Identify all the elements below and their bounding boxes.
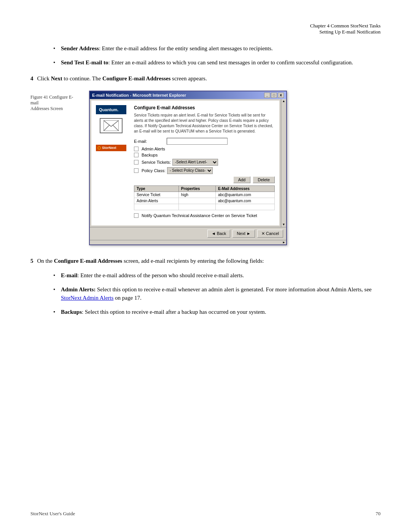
alert-level-select[interactable]: -Select Alert Level- bbox=[172, 159, 218, 166]
quantum-logo: Quantum. bbox=[96, 105, 126, 114]
notify-checkbox[interactable] bbox=[134, 213, 139, 218]
bullet-admin-alerts: Admin Alerts: Select this option to rece… bbox=[53, 285, 381, 302]
email-table: Type Properties E-Mail Addresses Service… bbox=[134, 185, 275, 210]
step4-configure: Configure E-mail Addresses bbox=[102, 75, 170, 81]
backups-row: Backups bbox=[134, 153, 275, 157]
step-5-body: On the Configure E-mail Addresses screen… bbox=[37, 257, 264, 265]
step4-text3: screen appears. bbox=[170, 75, 207, 81]
step-5-number: 5 bbox=[30, 257, 33, 265]
dialog-left-col: Quantum. ⬡ bbox=[96, 105, 126, 221]
sender-text: : Enter the e-mail address for the entit… bbox=[99, 45, 273, 51]
col-email-addresses: E-Mail Addresses bbox=[215, 185, 274, 192]
step5-text2: screen, add e-mail recipients by enterin… bbox=[122, 258, 264, 264]
row2-properties bbox=[178, 198, 215, 204]
bottom-nav-buttons: ◄ Back Next ► ✕ Cancel bbox=[90, 227, 286, 240]
table-row-empty bbox=[134, 204, 275, 210]
scrollbar[interactable]: ▲ ▼ bbox=[281, 99, 286, 227]
service-tickets-checkbox[interactable] bbox=[134, 160, 139, 165]
page-footer: StorNext User's Guide 70 bbox=[30, 511, 381, 517]
ie-title-text: E-mail Notification - Microsoft Internet… bbox=[92, 93, 186, 97]
page-container: Chapter 4 Common StorNext Tasks Setting … bbox=[0, 0, 411, 532]
table-row: Admin Alerts abc@quantum.com bbox=[134, 198, 275, 204]
step-4-number: 4 bbox=[30, 74, 33, 83]
policy-class-select[interactable]: - Select Policy Class- bbox=[167, 167, 213, 174]
stornext-logo: ⬡ StorNext bbox=[96, 145, 126, 151]
policy-class-checkbox[interactable] bbox=[134, 168, 139, 173]
col-properties: Properties bbox=[178, 185, 215, 192]
admin-alerts-label: Admin Alerts bbox=[142, 147, 165, 151]
figure-section: Figure 41 Configure E-mail Addresses Scr… bbox=[30, 91, 381, 245]
dialog-form: Configure E-mail Addresses Service Ticke… bbox=[134, 105, 275, 221]
step4-text: Click bbox=[37, 75, 51, 81]
row2-email: abc@quantum.com bbox=[215, 198, 274, 204]
step4-next: Next bbox=[51, 75, 62, 81]
add-delete-row: Add Delete bbox=[134, 176, 275, 183]
admin-alerts-checkbox[interactable] bbox=[134, 147, 139, 151]
header-line1: Chapter 4 Common StorNext Tasks bbox=[30, 23, 381, 29]
service-tickets-row: Service Tickets: -Select Alert Level- bbox=[134, 159, 275, 166]
envelope-icon bbox=[100, 118, 123, 133]
titlebar-buttons: _ □ X bbox=[264, 93, 284, 98]
email-bullet-label: E-mail bbox=[61, 272, 77, 278]
stornext-admin-alerts-link[interactable]: StorNext Admin Alerts bbox=[61, 295, 113, 301]
stornext-label: StorNext bbox=[102, 146, 116, 150]
close-btn[interactable]: X bbox=[278, 93, 284, 98]
figure-caption: Figure 41 Configure E-mail Addresses Scr… bbox=[30, 94, 80, 112]
top-bullet-list: Sender Address: Enter the e-mail address… bbox=[53, 44, 381, 67]
backups-bullet-text: : Select this option to receive e-mail a… bbox=[82, 309, 266, 315]
backups-bullet-label: Backups bbox=[61, 309, 82, 315]
test-email-label: Send Test E-mail to bbox=[61, 59, 108, 66]
step5-configure: Configure E-mail Addresses bbox=[54, 258, 122, 264]
notify-label: Notify Quantum Technical Assistance Cent… bbox=[142, 213, 257, 218]
step4-text2: to continue. The bbox=[62, 75, 102, 81]
row1-properties: high bbox=[178, 192, 215, 198]
ie-window: E-mail Notification - Microsoft Internet… bbox=[89, 91, 287, 245]
row1-email: abc@quantum.com bbox=[215, 192, 274, 198]
test-email-text: : Enter an e-mail address to which you c… bbox=[108, 59, 353, 66]
email-row: E-mail: bbox=[134, 138, 275, 145]
cancel-button[interactable]: ✕ Cancel bbox=[257, 230, 283, 238]
figure-caption-line2: Addresses Screen bbox=[30, 106, 80, 112]
admin-alerts-bullet-label: Admin Alerts: bbox=[61, 286, 96, 292]
footer-left: StorNext User's Guide bbox=[30, 511, 75, 517]
add-button[interactable]: Add bbox=[233, 176, 251, 183]
maximize-btn[interactable]: □ bbox=[271, 93, 277, 98]
bullet-sender: Sender Address: Enter the e-mail address… bbox=[53, 44, 381, 53]
figure-caption-line1: Figure 41 Configure E-mail bbox=[30, 94, 80, 106]
step-4: 4 Click Next to continue. The Configure … bbox=[30, 74, 381, 83]
step5-text: On the bbox=[37, 258, 54, 264]
backups-checkbox[interactable] bbox=[134, 153, 139, 157]
service-tickets-label: Service Tickets: bbox=[142, 160, 171, 165]
dialog-title: Configure E-mail Addresses bbox=[134, 105, 275, 110]
email-bullet-text: : Enter the e-mail address of the person… bbox=[77, 272, 244, 278]
row1-type: Service Ticket bbox=[134, 192, 179, 198]
footer-page-number: 70 bbox=[376, 511, 381, 517]
policy-class-label: Policy Class: bbox=[142, 168, 166, 173]
sender-label: Sender Address bbox=[61, 45, 99, 51]
admin-alerts-row: Admin Alerts bbox=[134, 147, 275, 151]
header-line2: Setting Up E-mail Notification bbox=[30, 29, 381, 35]
table-row: Service Ticket high abc@quantum.com bbox=[134, 192, 275, 198]
admin-alerts-bullet-text: Select this option to receive e-mail whe… bbox=[96, 286, 371, 292]
bullet-test-email: Send Test E-mail to: Enter an e-mail add… bbox=[53, 58, 381, 67]
email-label: E-mail: bbox=[134, 139, 164, 144]
step-4-body: Click Next to continue. The Configure E-… bbox=[37, 74, 207, 83]
dialog-description: Service Tickets require an alert level. … bbox=[134, 113, 275, 134]
policy-class-row: Policy Class: - Select Policy Class- bbox=[134, 167, 275, 174]
delete-button[interactable]: Delete bbox=[253, 176, 275, 183]
next-button[interactable]: Next ► bbox=[233, 230, 255, 238]
row2-type: Admin Alerts bbox=[134, 198, 179, 204]
back-button[interactable]: ◄ Back bbox=[207, 230, 230, 238]
bottom-scrollbar[interactable]: ► bbox=[90, 240, 286, 244]
bullet-email: E-mail: Enter the e-mail address of the … bbox=[53, 271, 381, 280]
backups-label: Backups bbox=[142, 153, 158, 157]
col-type: Type bbox=[134, 185, 179, 192]
minimize-btn[interactable]: _ bbox=[264, 93, 270, 98]
admin-alerts-text2: on page 17. bbox=[113, 295, 141, 301]
notify-row: Notify Quantum Technical Assistance Cent… bbox=[134, 213, 275, 218]
step-5: 5 On the Configure E-mail Addresses scre… bbox=[30, 257, 381, 265]
bottom-bullet-list: E-mail: Enter the e-mail address of the … bbox=[53, 271, 381, 316]
dialog-content: Quantum. ⬡ bbox=[91, 101, 279, 225]
bullet-backups: Backups: Select this option to receive e… bbox=[53, 308, 381, 316]
email-input[interactable] bbox=[167, 138, 228, 145]
